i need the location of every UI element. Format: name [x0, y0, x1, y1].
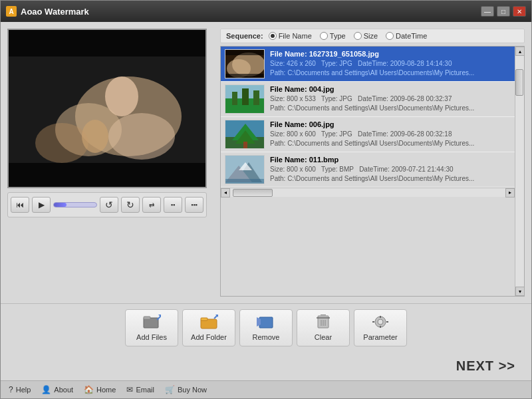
next-area: NEXT >>	[1, 352, 531, 380]
clear-button[interactable]: Clear	[297, 309, 350, 346]
svg-point-5	[35, 123, 88, 163]
help-icon: ?	[9, 385, 13, 394]
add-folder-label: Add Folder	[191, 333, 227, 341]
app-icon: A	[6, 6, 17, 17]
svg-rect-13	[225, 74, 265, 78]
window-controls: — □ ✕	[481, 6, 526, 17]
sort-size[interactable]: Size	[354, 32, 378, 40]
preview-area	[7, 29, 207, 188]
file-name: File Name: 004.jpg	[270, 85, 511, 93]
play-button[interactable]: ▶	[32, 197, 51, 213]
file-name: File Name: 011.bmp	[270, 156, 511, 164]
scroll-down-arrow[interactable]: ▾	[515, 287, 525, 296]
file-list-wrapper: File Name: 1627319_651058.jpgSize: 426 x…	[220, 46, 525, 297]
file-info: File Name: 006.jpgSize: 532 x 399 Type: …	[270, 120, 511, 148]
email-label: Email	[136, 386, 154, 394]
scroll-right-arrow[interactable]: ▸	[505, 188, 515, 198]
prev-button[interactable]: ⏮	[11, 197, 29, 213]
svg-point-7	[105, 76, 138, 116]
main-window: A Aoao Watermark — □ ✕	[0, 0, 532, 399]
type-radio[interactable]	[320, 32, 328, 40]
title-bar: A Aoao Watermark — □ ✕	[1, 1, 531, 22]
file-name: File Name: 006.jpg	[270, 120, 511, 128]
about-icon: 👤	[41, 385, 51, 394]
sequence-label: Sequence:	[226, 32, 263, 40]
file-thumbnail	[225, 84, 265, 114]
datetime-radio[interactable]	[386, 32, 394, 40]
rotate-left-button[interactable]: ↺	[100, 197, 118, 213]
file-list-item[interactable]: File Name: 006.jpgSize: 532 x 399 Type: …	[221, 117, 515, 152]
preview-image	[9, 30, 205, 187]
sort-filename[interactable]: File Name	[269, 32, 312, 40]
minimize-button[interactable]: —	[481, 6, 494, 17]
media-controls: ⏮ ▶ ↺ ↻ ⇄ ▪▪ ▪▪▪	[7, 192, 207, 217]
file-list-item[interactable]: File Name: 004.jpgSize: 800 x 533 Type: …	[221, 82, 515, 117]
help-label: Help	[16, 386, 31, 394]
progress-fill	[54, 203, 66, 207]
file-list-item[interactable]: File Name: 1627319_651058.jpgSize: 426 x…	[221, 47, 515, 82]
file-info: File Name: 011.bmpSize: 532 x 399 Type: …	[270, 156, 511, 184]
footer-bar: ? Help 👤 About 🏠 Home ✉ Email 🛒 Buy Now	[1, 380, 531, 398]
svg-rect-37	[259, 317, 273, 328]
svg-rect-18	[253, 90, 259, 105]
scroll-h-thumb[interactable]	[233, 189, 273, 197]
svg-point-49	[378, 319, 383, 325]
size-radio[interactable]	[354, 32, 362, 40]
about-link[interactable]: 👤 About	[41, 385, 73, 394]
grid-button[interactable]: ▪▪	[164, 197, 182, 213]
flip-button[interactable]: ⇄	[142, 197, 161, 213]
add-files-button[interactable]: Add Files	[125, 309, 178, 346]
svg-rect-12	[225, 50, 265, 55]
file-meta: Size: 426 x 260 Type: JPG DateTime: 2009…	[270, 59, 511, 78]
sort-type[interactable]: Type	[320, 32, 346, 40]
file-meta: Size: 532 x 399 Type: BMP DateTime: 2009…	[270, 165, 511, 184]
scroll-v-thumb[interactable]	[515, 69, 523, 96]
file-list-item[interactable]: File Name: 011.bmpSize: 532 x 399 Type: …	[221, 152, 515, 188]
horizontal-scrollbar[interactable]: ◂ ▸	[221, 188, 515, 197]
buy-link[interactable]: 🛒 Buy Now	[165, 385, 207, 394]
maximize-button[interactable]: □	[497, 6, 510, 17]
file-meta: Size: 532 x 399 Type: JPG DateTime: 2009…	[270, 130, 511, 148]
close-button[interactable]: ✕	[513, 6, 526, 17]
help-link[interactable]: ? Help	[9, 385, 31, 394]
parameter-icon	[371, 315, 390, 331]
progress-bar[interactable]	[53, 202, 97, 207]
file-name: File Name: 1627319_651058.jpg	[270, 50, 511, 58]
sort-options: File Name Type Size DateTime	[269, 32, 428, 40]
filename-radio[interactable]	[269, 32, 277, 40]
file-meta: Size: 800 x 533 Type: JPG DateTime: 2009…	[270, 94, 511, 113]
about-label: About	[54, 386, 73, 394]
email-link[interactable]: ✉ Email	[126, 385, 154, 394]
parameter-label: Parameter	[363, 333, 397, 341]
vertical-scrollbar[interactable]: ▴ ▾	[515, 47, 524, 296]
home-label: Home	[96, 386, 116, 394]
add-folder-button[interactable]: Add Folder	[182, 309, 235, 346]
clear-label: Clear	[315, 333, 332, 341]
bottom-toolbar: Add Files Add Folder	[1, 303, 531, 352]
remove-button[interactable]: Remove	[239, 309, 293, 346]
file-thumbnail	[225, 49, 265, 78]
add-folder-icon	[200, 315, 218, 331]
zoom-button[interactable]: ▪▪▪	[185, 197, 203, 213]
svg-rect-17	[242, 88, 249, 105]
file-thumbnail	[225, 155, 265, 184]
svg-point-6	[108, 113, 175, 160]
parameter-button[interactable]: Parameter	[354, 309, 407, 346]
scroll-left-arrow[interactable]: ◂	[221, 188, 230, 198]
left-panel: ⏮ ▶ ↺ ↻ ⇄ ▪▪ ▪▪▪	[7, 29, 213, 297]
svg-rect-30	[144, 317, 150, 319]
next-button[interactable]: NEXT >>	[451, 356, 521, 376]
right-panel: Sequence: File Name Type Size	[220, 29, 525, 297]
scroll-up-arrow[interactable]: ▴	[515, 47, 525, 56]
svg-rect-34	[201, 318, 207, 321]
file-info: File Name: 1627319_651058.jpgSize: 426 x…	[270, 50, 511, 78]
home-link[interactable]: 🏠 Home	[84, 385, 116, 394]
file-list: File Name: 1627319_651058.jpgSize: 426 x…	[221, 47, 515, 296]
svg-rect-1	[9, 30, 207, 57]
svg-rect-2	[9, 163, 207, 188]
rotate-right-button[interactable]: ↻	[121, 197, 140, 213]
home-icon: 🏠	[84, 385, 94, 394]
remove-label: Remove	[253, 333, 280, 341]
sort-datetime[interactable]: DateTime	[386, 32, 427, 40]
file-info: File Name: 004.jpgSize: 800 x 533 Type: …	[270, 85, 511, 113]
